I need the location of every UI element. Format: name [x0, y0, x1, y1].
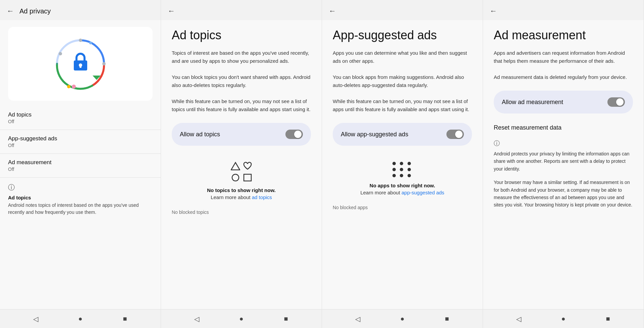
- panel2-back-button[interactable]: ←: [168, 7, 175, 15]
- panel4-info-body2: Your browser may have a similar setting.…: [494, 179, 633, 209]
- nav-recents-btn[interactable]: ■: [118, 312, 132, 326]
- panel-ad-topics: ← Ad topics Topics of interest are based…: [161, 0, 322, 328]
- panel-app-suggested-ads: ← App-suggested ads Apps you use can det…: [322, 0, 483, 328]
- panel4-title: Ad measurement: [483, 20, 644, 45]
- panel3-desc1: Apps you use can determine what you like…: [322, 45, 483, 69]
- svg-point-0: [79, 39, 82, 42]
- app-suggested-sub: Off: [8, 143, 153, 148]
- panel3-blocked-label: No blocked apps: [322, 205, 483, 210]
- panel4-content: Ad measurement Apps and advertisers can …: [483, 20, 644, 309]
- panel3-nav-back[interactable]: ◁: [351, 312, 365, 326]
- panel4-info-body1: Android protects your privacy by limitin…: [494, 150, 633, 173]
- panel4-nav-back[interactable]: ◁: [512, 312, 526, 326]
- dot: [392, 174, 396, 177]
- ad-topics-link[interactable]: ad topics: [252, 194, 272, 200]
- allow-ad-topics-label: Allow ad topics: [180, 131, 220, 138]
- panel2-empty-text: No topics to show right now.: [207, 187, 275, 193]
- app-suggested-title: App-suggested ads: [8, 135, 153, 142]
- lock-circle: [54, 37, 107, 91]
- panel2-desc1: Topics of interest are based on the apps…: [161, 45, 322, 69]
- panel3-desc2: You can block apps from making suggestio…: [322, 69, 483, 93]
- info-section-title: Ad topics: [8, 195, 153, 200]
- svg-point-5: [72, 85, 76, 89]
- toggle-thumb-4: [616, 98, 624, 106]
- allow-app-suggested-toggle[interactable]: [446, 130, 464, 139]
- allow-app-suggested-card[interactable]: Allow app-suggested ads: [333, 123, 472, 146]
- panel1-content: Ad topics Off App-suggested ads Off Ad m…: [0, 20, 161, 309]
- allow-ad-topics-toggle[interactable]: [285, 130, 303, 139]
- panel4-back-button[interactable]: ←: [490, 7, 497, 15]
- dot: [392, 168, 396, 171]
- panel2-blocked-label: No blocked topics: [161, 209, 322, 215]
- allow-ad-measurement-toggle[interactable]: [607, 97, 625, 107]
- triangle-icon: [231, 162, 240, 171]
- panel3-empty-state: No apps to show right now. Learn more ab…: [322, 151, 483, 201]
- reset-measurement-row[interactable]: Reset measurement data: [483, 119, 644, 137]
- dot: [400, 162, 403, 165]
- panel3-back-button[interactable]: ←: [329, 7, 336, 15]
- panel-ad-privacy: ← Ad privacy: [0, 0, 161, 328]
- heart-icon: [243, 162, 252, 171]
- dot: [408, 162, 411, 165]
- panel4-nav-home[interactable]: ●: [557, 312, 570, 326]
- info-icon: ⓘ: [8, 183, 153, 192]
- panel1-bottom-nav: ◁ ● ■: [0, 309, 161, 328]
- panel4-info-icon: ⓘ: [494, 139, 633, 147]
- panel4-info-box: ⓘ Android protects your privacy by limit…: [483, 137, 644, 214]
- dots-grid-icon: [392, 162, 413, 177]
- panel4-nav-recents[interactable]: ■: [601, 312, 615, 326]
- allow-ad-measurement-label: Allow ad measurement: [502, 99, 563, 106]
- panel3-header: ←: [322, 0, 483, 20]
- panel3-content: App-suggested ads Apps you use can deter…: [322, 20, 483, 309]
- allow-ad-measurement-card[interactable]: Allow ad measurement: [494, 91, 633, 113]
- svg-rect-12: [244, 174, 251, 181]
- svg-point-11: [232, 174, 239, 181]
- nav-home-btn[interactable]: ●: [74, 312, 87, 326]
- ad-topics-sub: Off: [8, 119, 153, 124]
- app-suggested-link[interactable]: app-suggested ads: [401, 190, 444, 195]
- panel3-nav-home[interactable]: ●: [396, 312, 409, 326]
- menu-item-app-suggested[interactable]: App-suggested ads Off: [0, 130, 161, 153]
- svg-marker-10: [231, 162, 240, 170]
- ad-measurement-title: Ad measurement: [8, 159, 153, 166]
- svg-point-2: [67, 85, 70, 88]
- panel2-bottom-nav: ◁ ● ■: [161, 309, 322, 328]
- svg-point-1: [102, 62, 106, 65]
- panel4-desc1: Apps and advertisers can request informa…: [483, 45, 644, 69]
- dot: [400, 174, 403, 177]
- panel2-desc2: You can block topics you don't want shar…: [161, 69, 322, 93]
- panel3-learn-more: Learn more about app-suggested ads: [360, 190, 444, 195]
- shapes-icon: [231, 162, 252, 182]
- panel3-bottom-nav: ◁ ● ■: [322, 309, 483, 328]
- panel2-nav-back[interactable]: ◁: [190, 312, 204, 326]
- nav-back-btn[interactable]: ◁: [29, 312, 43, 326]
- panel2-desc3: While this feature can be turned on, you…: [161, 93, 322, 118]
- dot: [408, 174, 411, 177]
- svg-point-6: [89, 42, 92, 44]
- dot: [408, 168, 411, 171]
- menu-item-ad-topics[interactable]: Ad topics Off: [0, 106, 161, 130]
- panel2-content: Ad topics Topics of interest are based o…: [161, 20, 322, 309]
- panel2-nav-recents[interactable]: ■: [279, 312, 293, 326]
- svg-point-3: [59, 52, 62, 55]
- panel3-desc3: While this feature can be turned on, you…: [322, 93, 483, 118]
- svg-rect-9: [79, 65, 82, 68]
- ad-measurement-sub: Off: [8, 167, 153, 172]
- panel-ad-measurement: ← Ad measurement Apps and advertisers ca…: [483, 0, 644, 328]
- panel3-title: App-suggested ads: [322, 20, 483, 45]
- panel4-header: ←: [483, 0, 644, 20]
- toggle-thumb-3: [455, 131, 463, 138]
- panel1-header: ← Ad privacy: [0, 0, 161, 20]
- lock-icon: [72, 52, 89, 76]
- back-button[interactable]: ←: [7, 7, 14, 15]
- panel2-nav-home[interactable]: ●: [235, 312, 248, 326]
- panel3-nav-recents[interactable]: ■: [440, 312, 454, 326]
- panel2-header: ←: [161, 0, 322, 20]
- panel2-empty-state: No topics to show right now. Learn more …: [161, 151, 322, 205]
- allow-ad-topics-card[interactable]: Allow ad topics: [172, 123, 311, 146]
- panel1-title: Ad privacy: [19, 7, 51, 15]
- panel2-learn-more: Learn more about ad topics: [211, 194, 272, 200]
- panel4-bottom-nav: ◁ ● ■: [483, 309, 644, 328]
- circle-icon: [231, 173, 240, 182]
- menu-item-ad-measurement[interactable]: Ad measurement Off: [0, 154, 161, 177]
